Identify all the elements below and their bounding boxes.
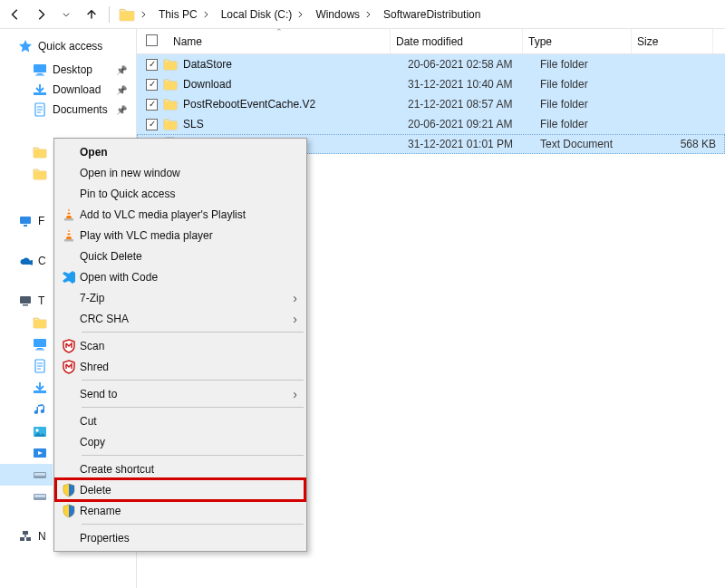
column-date[interactable]: Date modified	[391, 29, 523, 53]
mcafee-icon	[60, 359, 78, 375]
file-date: 20-06-2021 02:58 AM	[402, 58, 535, 71]
breadcrumb: This PC Local Disk (C:) Windows Software…	[155, 6, 484, 23]
cloud-icon	[18, 254, 33, 268]
chevron-right-icon[interactable]	[139, 10, 148, 19]
menu-crc-sha[interactable]: CRC SHA	[56, 308, 304, 329]
sidebar-item[interactable]	[0, 333, 53, 355]
menu-delete[interactable]: Delete	[56, 479, 304, 500]
file-date: 21-12-2021 08:57 AM	[402, 98, 535, 111]
svg-rect-28	[34, 473, 45, 476]
menu-create-shortcut[interactable]: Create shortcut	[56, 458, 304, 479]
menu-scan[interactable]: Scan	[56, 335, 304, 356]
menu-quick-delete[interactable]: Quick Delete	[56, 246, 304, 266]
row-checkbox[interactable]	[146, 119, 158, 130]
file-type: File folder	[535, 78, 643, 91]
menu-shred[interactable]: Shred	[56, 356, 304, 377]
file-type: File folder	[535, 118, 643, 130]
documents-icon	[33, 102, 47, 117]
column-size[interactable]: Size	[632, 29, 713, 53]
context-menu: Open Open in new window Pin to Quick acc…	[53, 138, 307, 552]
folder-icon	[33, 315, 47, 330]
sidebar-item[interactable]: T	[0, 290, 53, 312]
file-date: 20-06-2021 09:21 AM	[402, 118, 535, 130]
menu-pin-quick-access[interactable]: Pin to Quick access	[56, 183, 304, 204]
folder-icon	[163, 77, 178, 92]
thispc-icon	[18, 214, 33, 228]
file-row[interactable]: Download31-12-2021 10:40 AMFile folder	[137, 74, 725, 94]
file-type: Text Document	[535, 138, 643, 150]
desktop-icon	[33, 63, 47, 77]
folder-icon	[119, 6, 135, 23]
menu-7zip[interactable]: 7-Zip	[56, 287, 304, 308]
sidebar-item[interactable]: N	[0, 525, 53, 547]
pc-icon	[18, 294, 33, 308]
row-checkbox[interactable]	[146, 79, 158, 91]
file-name: DataStore	[183, 58, 232, 71]
sort-indicator-icon: ⌃	[276, 27, 283, 36]
file-name: Download	[183, 78, 231, 91]
file-row[interactable]: SLS20-06-2021 09:21 AMFile folder	[137, 114, 725, 134]
menu-vlc-playlist[interactable]: Add to VLC media player's Playlist	[56, 204, 304, 225]
file-date: 31-12-2021 10:40 AM	[402, 78, 535, 91]
sidebar-item[interactable]	[0, 486, 53, 507]
menu-separator	[82, 407, 304, 408]
folder-icon[interactable]	[33, 167, 47, 181]
menu-open[interactable]: Open	[56, 141, 304, 162]
sidebar-item-download[interactable]: Download	[0, 80, 136, 100]
quick-access[interactable]: Quick access	[0, 36, 136, 56]
menu-vlc-play[interactable]: Play with VLC media player	[56, 225, 304, 246]
column-type[interactable]: Type	[523, 29, 632, 53]
vscode-icon	[60, 269, 78, 285]
menu-cut[interactable]: Cut	[56, 410, 304, 431]
vlc-icon	[60, 207, 78, 223]
row-checkbox[interactable]	[146, 59, 158, 71]
menu-send-to[interactable]: Send to	[56, 383, 304, 404]
column-name[interactable]: ⌃Name	[168, 29, 391, 53]
sidebar-item[interactable]	[0, 464, 53, 486]
sidebar-item[interactable]	[0, 420, 53, 442]
sidebar-item-desktop[interactable]: Desktop	[0, 60, 136, 80]
file-name: SLS	[183, 118, 204, 130]
drive-icon	[33, 468, 47, 482]
menu-separator	[82, 332, 304, 333]
menu-open-with-code[interactable]: Open with Code	[56, 266, 304, 287]
sidebar-item[interactable]	[0, 442, 53, 464]
file-type: File folder	[535, 58, 643, 71]
breadcrumb-item[interactable]: Local Disk (C:)	[218, 6, 309, 23]
file-size: 568 KB	[643, 138, 725, 150]
file-row[interactable]: PostRebootEventCache.V221-12-2021 08:57 …	[137, 94, 725, 114]
select-all-checkbox[interactable]	[146, 34, 158, 46]
sidebar-item-documents[interactable]: Documents	[0, 100, 136, 120]
sidebar-item[interactable]	[0, 312, 53, 333]
file-row[interactable]: DataStore20-06-2021 02:58 AMFile folder	[137, 54, 725, 74]
breadcrumb-item[interactable]: SoftwareDistribution	[380, 6, 484, 23]
music-icon	[33, 402, 47, 417]
menu-open-new-window[interactable]: Open in new window	[56, 162, 304, 183]
forward-button[interactable]	[29, 3, 53, 26]
sidebar-item[interactable]	[0, 399, 53, 420]
up-button[interactable]	[80, 3, 103, 26]
sidebar-item[interactable]	[0, 377, 53, 399]
chevron-right-icon	[363, 10, 372, 19]
row-checkbox[interactable]	[146, 99, 158, 111]
back-button[interactable]	[4, 3, 27, 26]
folder-icon	[163, 97, 178, 111]
download-icon	[33, 381, 47, 395]
sidebar-item[interactable]: C	[0, 250, 53, 272]
mcafee-icon	[60, 338, 78, 354]
menu-separator	[82, 455, 304, 456]
recent-locations-button[interactable]	[54, 3, 78, 26]
sidebar-item[interactable]	[0, 355, 53, 377]
download-icon	[33, 82, 47, 97]
svg-rect-30	[34, 495, 45, 497]
sidebar-item[interactable]: F	[0, 210, 53, 232]
chevron-right-icon	[201, 10, 210, 19]
folder-icon[interactable]	[33, 145, 47, 159]
breadcrumb-item[interactable]: This PC	[155, 6, 214, 23]
menu-properties[interactable]: Properties	[56, 527, 304, 548]
menu-copy[interactable]: Copy	[56, 431, 304, 452]
shield-icon	[60, 482, 78, 498]
breadcrumb-item[interactable]: Windows	[312, 6, 376, 23]
menu-rename[interactable]: Rename	[56, 500, 304, 521]
network-icon	[18, 529, 33, 544]
